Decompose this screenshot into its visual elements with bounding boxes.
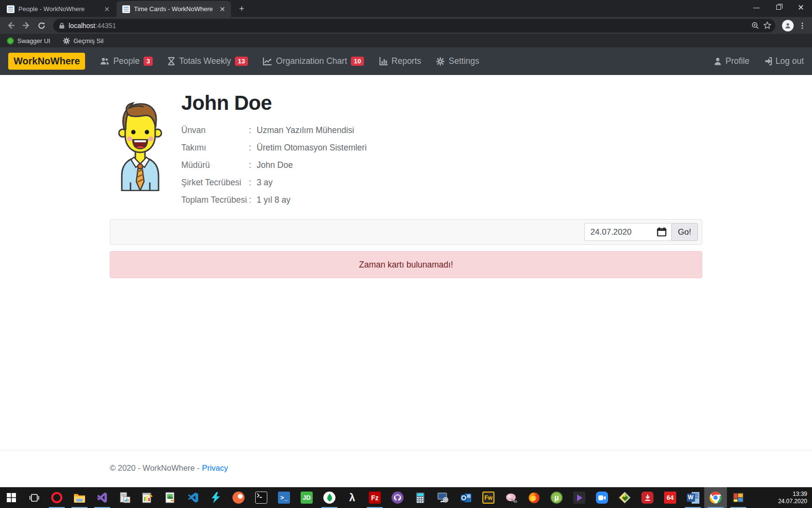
firefox-icon xyxy=(528,492,540,504)
tab-close-icon[interactable]: ✕ xyxy=(103,5,111,13)
totals-weekly-badge: 13 xyxy=(235,57,248,66)
browser-profile-avatar[interactable] xyxy=(782,20,794,31)
jd-gui-icon: JD xyxy=(301,492,313,504)
bookmark-star-icon[interactable] xyxy=(763,21,771,30)
nav-item-logout[interactable]: Log out xyxy=(763,56,804,66)
taskbar-jd-gui[interactable]: JD xyxy=(295,487,318,508)
taskbar-mongodb-compass[interactable] xyxy=(318,487,341,508)
mongodb-icon xyxy=(323,492,335,504)
page: WorkNoWhere People 3 Totals Weekly 13 Or… xyxy=(0,47,812,487)
organization-chart-badge: 10 xyxy=(351,57,364,66)
sql-report-icon xyxy=(120,492,130,504)
task-view-button[interactable] xyxy=(23,487,45,508)
bookmark-swagger[interactable]: Swagger UI xyxy=(7,37,50,45)
taskbar-snagit[interactable] xyxy=(159,487,182,508)
tab-people[interactable]: People - WorkNoWhere ✕ xyxy=(1,1,116,17)
refresh-button[interactable] xyxy=(35,19,48,32)
taskbar-file-explorer[interactable] xyxy=(68,487,91,508)
employee-name: John Doe xyxy=(181,91,702,115)
taskbar-powershell[interactable]: >_ xyxy=(273,487,295,508)
nav-item-profile[interactable]: Profile xyxy=(714,56,750,66)
restore-button[interactable] xyxy=(768,0,790,15)
windows-taskbar: >_ JD λ Fz Fw µ 64 xyxy=(0,487,812,508)
field-label: Takımı xyxy=(181,143,249,153)
nav-item-settings[interactable]: Settings xyxy=(436,56,479,66)
calendar-icon[interactable] xyxy=(657,227,667,237)
nav-item-organization-chart[interactable]: Organization Chart 10 xyxy=(263,56,364,66)
taskbar-postman[interactable] xyxy=(227,487,250,508)
zoom-level-icon[interactable] xyxy=(751,21,759,30)
close-button[interactable]: ✕ xyxy=(790,0,812,15)
taskbar-calculator[interactable] xyxy=(409,487,432,508)
person-icon xyxy=(784,22,792,30)
field-row-total-experience: Toplam Tecrübesi : 1 yıl 8 ay xyxy=(181,191,702,209)
forward-icon xyxy=(22,21,30,30)
github-desktop-icon xyxy=(392,492,404,504)
taskbar-filezilla[interactable]: Fz xyxy=(363,487,386,508)
taskbar-image-viewer[interactable] xyxy=(613,487,636,508)
logout-icon xyxy=(763,57,772,65)
toolbar-right xyxy=(780,20,808,31)
taskbar-cmd[interactable] xyxy=(250,487,273,508)
new-tab-button[interactable]: + xyxy=(235,2,248,15)
tab-title: Time Cards - WorkNoWhere xyxy=(134,5,215,13)
powershell-icon: >_ xyxy=(278,492,290,504)
taskbar-photos[interactable] xyxy=(727,487,750,508)
app-navbar: WorkNoWhere People 3 Totals Weekly 13 Or… xyxy=(0,47,812,75)
taskbar-vscode[interactable] xyxy=(182,487,204,508)
taskbar-chrome[interactable] xyxy=(704,487,727,508)
browser-menu-icon[interactable] xyxy=(798,22,806,30)
taskbar-firefox[interactable] xyxy=(522,487,545,508)
bookmark-gecmis-sil[interactable]: Geçmiş Sil xyxy=(63,37,103,45)
taskbar-github-desktop[interactable] xyxy=(386,487,409,508)
taskbar-lambda-tool[interactable]: λ xyxy=(341,487,363,508)
gear-icon xyxy=(63,37,70,45)
forward-button[interactable] xyxy=(19,19,33,32)
nav-label: Organization Chart xyxy=(276,56,347,66)
taskbar-pink-tool[interactable] xyxy=(500,487,522,508)
taskbar-thunder-client[interactable] xyxy=(204,487,227,508)
nav-item-reports[interactable]: Reports xyxy=(379,56,421,66)
taskbar-visual-studio[interactable] xyxy=(91,487,114,508)
privacy-link[interactable]: Privacy xyxy=(202,463,228,472)
clock-date: 24.07.2020 xyxy=(778,498,807,505)
date-wrap xyxy=(584,223,671,241)
go-button[interactable]: Go! xyxy=(671,223,698,241)
windows-logo-icon xyxy=(7,493,16,502)
taskbar-clock[interactable]: 13:39 24.07.2020 xyxy=(766,487,812,508)
brand-logo[interactable]: WorkNoWhere xyxy=(8,53,85,70)
nav-right: Profile Log out xyxy=(714,56,804,66)
field-colon: : xyxy=(249,178,257,188)
users-icon xyxy=(100,57,109,65)
bookmark-label: Swagger UI xyxy=(17,37,50,45)
tab-time-cards[interactable]: Time Cards - WorkNoWhere ✕ xyxy=(116,1,231,17)
taskbar-utorrent[interactable]: µ xyxy=(545,487,568,508)
play-icon xyxy=(573,492,585,504)
utorrent-icon: µ xyxy=(551,492,563,504)
field-row-company-experience: Şirket Tecrübesi : 3 ay xyxy=(181,174,702,191)
taskbar-word[interactable]: W xyxy=(682,487,704,508)
jd-glyph: JD xyxy=(303,494,311,501)
nav-item-people[interactable]: People 3 xyxy=(100,56,153,66)
people-badge: 3 xyxy=(144,57,153,66)
minimize-button[interactable]: — xyxy=(745,0,768,15)
address-bar[interactable]: localhost:44351 xyxy=(53,19,775,32)
bookmark-label: Geçmiş Sil xyxy=(73,37,103,45)
taskbar-media-player[interactable] xyxy=(568,487,591,508)
64bit-icon: 64 xyxy=(664,492,676,504)
taskbar-video-downloader[interactable] xyxy=(636,487,659,508)
tab-close-icon[interactable]: ✕ xyxy=(218,5,226,13)
nav-item-totals-weekly[interactable]: Totals Weekly 13 xyxy=(168,56,248,66)
start-button[interactable] xyxy=(0,487,23,508)
taskbar-opera[interactable] xyxy=(45,487,68,508)
taskbar-sql-report[interactable] xyxy=(114,487,136,508)
taskbar-fireworks[interactable]: Fw xyxy=(477,487,500,508)
taskbar-zoom[interactable] xyxy=(591,487,613,508)
taskbar-outlook[interactable] xyxy=(454,487,477,508)
taskbar-64bit-tool[interactable]: 64 xyxy=(659,487,682,508)
taskbar-report-builder[interactable] xyxy=(136,487,159,508)
back-icon xyxy=(7,21,15,30)
taskbar-remote-desktop[interactable] xyxy=(432,487,454,508)
back-button[interactable] xyxy=(4,19,17,32)
hourglass-icon xyxy=(168,57,175,65)
